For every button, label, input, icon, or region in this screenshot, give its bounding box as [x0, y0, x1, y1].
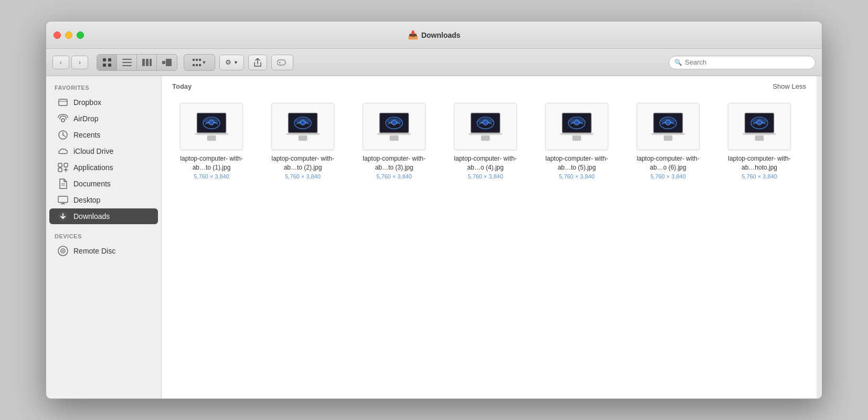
applications-icon [58, 162, 68, 173]
view-grid-button[interactable] [97, 55, 117, 70]
file-area: Today Show Less laptop-computer- with-ab… [162, 76, 817, 398]
sidebar-item-label: Desktop [73, 196, 100, 204]
svg-rect-79 [755, 135, 764, 141]
scrollbar-track[interactable] [817, 76, 822, 398]
svg-rect-13 [196, 59, 198, 61]
sidebar-item-dropbox[interactable]: Dropbox [49, 94, 158, 110]
laptop-image [373, 111, 415, 142]
svg-point-19 [279, 61, 280, 63]
group-view-button[interactable]: ▼ [184, 55, 215, 70]
svg-rect-60 [471, 133, 500, 134]
minimize-button[interactable] [65, 32, 72, 39]
file-item[interactable]: laptop-computer- with-ab…to (3).jpg5,760… [355, 99, 433, 184]
file-item[interactable]: laptop-computer- with-ab…to (1).jpg5,760… [172, 99, 251, 184]
maximize-button[interactable] [77, 32, 84, 39]
file-item[interactable]: laptop-computer- with-ab…o (6).jpg5,760 … [629, 99, 707, 184]
svg-rect-0 [103, 58, 106, 61]
sidebar-item-remotedisc[interactable]: Remote Disc [49, 243, 158, 259]
svg-rect-42 [197, 133, 226, 134]
svg-line-25 [63, 135, 65, 136]
action-button[interactable]: ⚙ ▼ [219, 55, 244, 70]
sidebar-item-label: AirDrop [73, 114, 98, 123]
sidebar-item-icloud[interactable]: iCloud Drive [49, 143, 158, 159]
share-button[interactable] [248, 55, 267, 70]
sidebar-item-label: Documents [73, 180, 111, 188]
window-title: 📥 Downloads [408, 30, 461, 40]
svg-point-41 [209, 120, 214, 125]
files-grid: laptop-computer- with-ab…to (1).jpg5,760… [172, 99, 806, 184]
svg-rect-4 [122, 59, 132, 60]
file-thumbnail [363, 103, 426, 150]
view-list-button[interactable] [117, 55, 137, 70]
view-cover-button[interactable] [157, 55, 177, 70]
svg-rect-54 [379, 133, 409, 134]
disc-icon [58, 246, 68, 256]
sidebar-item-label: Dropbox [73, 98, 101, 107]
forward-button[interactable]: › [71, 56, 88, 69]
desktop-icon [58, 195, 68, 205]
section-title: Today [172, 82, 192, 90]
file-dimensions: 5,760 × 3,840 [285, 173, 321, 180]
back-button[interactable]: ‹ [52, 56, 69, 69]
tag-button[interactable] [271, 55, 293, 70]
file-dimensions: 5,760 × 3,840 [559, 173, 595, 180]
svg-rect-27 [64, 163, 68, 167]
file-item[interactable]: laptop-computer- with-ab…hoto.jpg5,760 ×… [720, 99, 799, 184]
svg-rect-10 [162, 61, 165, 64]
downloads-icon [58, 211, 68, 222]
view-columns-button[interactable] [137, 55, 157, 70]
file-thumbnail [180, 103, 243, 150]
laptop-image [282, 111, 324, 142]
sidebar: Favorites Dropbox [46, 76, 162, 398]
grid-icon [102, 58, 112, 67]
file-name: laptop-computer- with-ab…to (3).jpg [359, 154, 429, 172]
search-bar[interactable]: 🔍 [669, 56, 816, 69]
svg-rect-5 [122, 62, 132, 63]
sidebar-item-applications[interactable]: Applications [49, 160, 158, 175]
svg-point-71 [665, 120, 671, 125]
svg-rect-20 [59, 99, 67, 106]
gear-icon: ⚙ [225, 58, 231, 66]
groups-icon [193, 59, 201, 66]
file-item[interactable]: laptop-computer- with-ab…to (2).jpg5,760… [263, 99, 342, 184]
svg-rect-28 [58, 168, 62, 172]
sidebar-item-label: Applications [73, 163, 113, 172]
file-dimensions: 5,760 × 3,840 [742, 173, 777, 180]
svg-point-53 [391, 120, 397, 125]
sidebar-item-airdrop[interactable]: AirDrop [49, 111, 158, 127]
svg-point-22 [61, 119, 65, 122]
chevron-down-icon: ▼ [202, 60, 207, 65]
columns-icon [142, 59, 152, 66]
dropbox-icon [58, 97, 68, 108]
svg-rect-11 [166, 59, 172, 66]
toolbar: ‹ › [46, 49, 822, 76]
svg-point-37 [62, 250, 64, 252]
title-text: Downloads [421, 31, 461, 39]
file-name: laptop-computer- with-ab…to (1).jpg [176, 154, 247, 172]
svg-point-77 [757, 120, 762, 125]
sidebar-item-downloads[interactable]: Downloads [49, 208, 158, 224]
svg-rect-16 [196, 64, 198, 66]
show-less-button[interactable]: Show Less [772, 82, 806, 90]
cover-icon [162, 59, 172, 66]
laptop-image [647, 111, 689, 142]
file-item[interactable]: laptop-computer- with-ab…to (5).jpg5,760… [537, 99, 616, 184]
svg-rect-31 [58, 196, 68, 203]
sidebar-item-desktop[interactable]: Desktop [49, 192, 158, 208]
svg-rect-73 [664, 135, 672, 141]
file-item[interactable]: laptop-computer- with-ab…o (4).jpg5,760 … [446, 99, 525, 184]
view-mode-buttons [97, 54, 177, 71]
clock-icon [58, 130, 68, 140]
sidebar-item-documents[interactable]: Documents [49, 176, 158, 192]
svg-rect-9 [150, 59, 152, 66]
sidebar-item-label: iCloud Drive [73, 147, 113, 155]
devices-section-label: Devices [46, 231, 161, 243]
svg-rect-3 [108, 64, 111, 67]
svg-rect-72 [653, 133, 683, 134]
svg-rect-1 [108, 58, 111, 61]
sidebar-item-recents[interactable]: Recents [49, 127, 158, 143]
search-input[interactable] [685, 58, 810, 66]
close-button[interactable] [54, 32, 61, 39]
svg-rect-8 [146, 59, 149, 66]
traffic-lights [54, 32, 84, 39]
